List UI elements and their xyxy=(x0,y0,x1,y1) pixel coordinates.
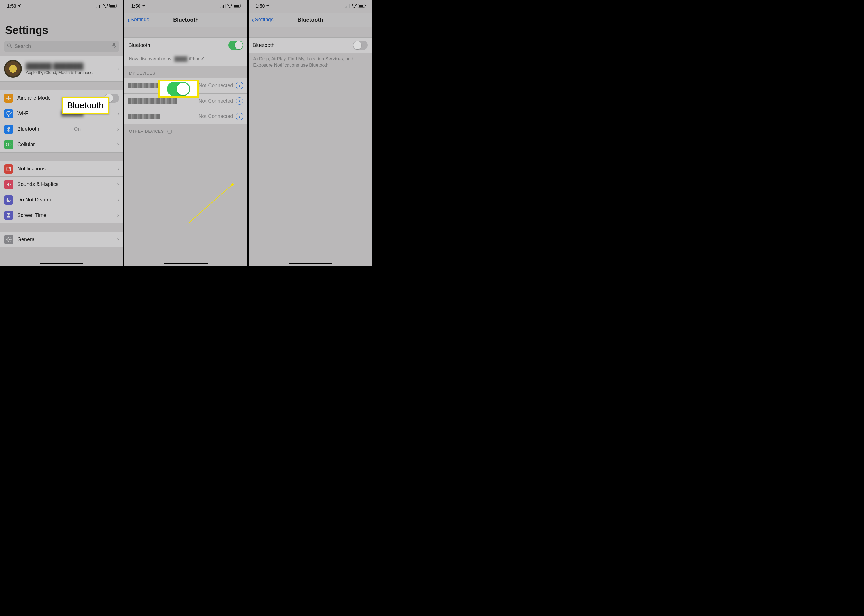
svg-point-23 xyxy=(231,183,234,185)
chevron-right-icon: › xyxy=(117,212,119,219)
nav-header: ‹ Settings Bluetooth xyxy=(124,13,248,27)
device-row[interactable]: Not Connected i xyxy=(124,109,248,124)
cellular-signal-icon xyxy=(220,4,226,9)
battery-icon xyxy=(358,4,366,9)
row-sounds[interactable]: Sounds & Haptics › xyxy=(0,176,123,192)
device-status: Not Connected xyxy=(198,83,233,89)
bluetooth-icon xyxy=(4,125,13,134)
row-bluetooth[interactable]: Bluetooth On › xyxy=(0,121,123,137)
chevron-right-icon: › xyxy=(117,181,119,188)
search-input[interactable]: Search xyxy=(4,41,119,52)
row-screentime[interactable]: Screen Time › xyxy=(0,207,123,223)
row-general[interactable]: General › xyxy=(0,232,123,247)
row-label: Bluetooth xyxy=(253,42,274,48)
svg-rect-1 xyxy=(98,6,99,8)
home-indicator[interactable] xyxy=(289,263,332,264)
svg-rect-25 xyxy=(346,6,347,8)
airplane-icon xyxy=(4,94,13,103)
location-arrow-icon xyxy=(17,4,21,9)
bluetooth-toggle[interactable] xyxy=(228,41,243,50)
microphone-icon[interactable] xyxy=(112,43,116,50)
leader-line xyxy=(124,136,248,266)
home-indicator[interactable] xyxy=(164,263,208,264)
profile-subtitle: Apple ID, iCloud, Media & Purchases xyxy=(26,70,117,75)
home-indicator[interactable] xyxy=(40,263,83,264)
wifi-icon xyxy=(227,4,233,9)
back-button[interactable]: ‹ Settings xyxy=(126,15,149,25)
chevron-right-icon: › xyxy=(117,165,119,173)
search-placeholder: Search xyxy=(14,44,31,50)
svg-line-8 xyxy=(10,46,11,48)
back-label: Settings xyxy=(255,17,274,23)
bluetooth-toggle-row[interactable]: Bluetooth xyxy=(249,38,372,53)
svg-rect-26 xyxy=(348,5,348,8)
row-label: Bluetooth xyxy=(17,126,39,132)
chevron-right-icon: › xyxy=(117,196,119,204)
apple-id-row[interactable]: ██████ ███████ Apple ID, iCloud, Media &… xyxy=(0,56,123,82)
svg-rect-17 xyxy=(223,5,224,8)
row-label: Wi-Fi xyxy=(17,110,29,116)
avatar xyxy=(4,60,22,78)
chevron-right-icon: › xyxy=(117,110,119,118)
row-notifications[interactable]: Notifications › xyxy=(0,161,123,176)
info-icon[interactable]: i xyxy=(236,82,243,89)
status-bar: 1:50 xyxy=(249,0,372,13)
info-icon[interactable]: i xyxy=(236,97,243,105)
row-label: Notifications xyxy=(17,166,46,172)
device-name-redacted xyxy=(129,114,160,119)
profile-name-redacted: ██████ ███████ xyxy=(26,63,117,70)
svg-rect-15 xyxy=(220,6,221,8)
svg-rect-24 xyxy=(345,6,346,8)
row-label: Screen Time xyxy=(17,212,46,218)
chevron-right-icon: › xyxy=(117,236,119,243)
wifi-icon xyxy=(103,4,108,9)
svg-rect-2 xyxy=(99,5,100,8)
spinner-icon xyxy=(167,129,172,134)
toggle-on-icon xyxy=(167,82,190,96)
cellular-signal-icon xyxy=(96,4,102,9)
svg-rect-29 xyxy=(359,5,363,7)
status-bar: 1:50 xyxy=(0,0,123,13)
notifications-icon xyxy=(4,164,13,174)
screen-settings-main: 1:50 Settings Search █ xyxy=(0,0,124,266)
back-label: Settings xyxy=(131,17,149,23)
chevron-right-icon: › xyxy=(117,141,119,148)
device-status: Not Connected xyxy=(198,98,233,104)
discoverable-note: Now discoverable as "████ iPhone". xyxy=(124,53,248,66)
callout-toggle xyxy=(158,80,199,98)
chevron-left-icon: ‹ xyxy=(252,15,254,25)
row-value: On xyxy=(74,126,81,132)
battery-icon xyxy=(234,4,242,9)
sounds-icon xyxy=(4,180,13,189)
status-time: 1:50 xyxy=(7,4,16,9)
screen-bluetooth-off: 1:50 ‹ Settings Bluetooth Bluetooth AirD… xyxy=(249,0,373,266)
svg-rect-21 xyxy=(241,5,241,6)
callout-bluetooth: Bluetooth xyxy=(61,97,109,114)
row-label: General xyxy=(17,237,36,243)
row-label: Do Not Disturb xyxy=(17,197,51,203)
hourglass-icon xyxy=(4,211,13,220)
nav-header: ‹ Settings Bluetooth xyxy=(249,13,372,27)
row-label: Sounds & Haptics xyxy=(17,181,58,187)
page-title: Settings xyxy=(0,13,123,39)
row-cellular[interactable]: Cellular › xyxy=(0,137,123,152)
chevron-right-icon: › xyxy=(117,65,119,72)
search-icon xyxy=(7,43,12,50)
cellular-signal-icon xyxy=(345,4,351,9)
row-label: Bluetooth xyxy=(129,42,150,48)
location-arrow-icon xyxy=(142,4,146,9)
status-time: 1:50 xyxy=(255,4,265,9)
chevron-right-icon: › xyxy=(117,126,119,133)
bluetooth-toggle-row[interactable]: Bluetooth xyxy=(124,38,248,53)
wifi-icon xyxy=(4,109,13,118)
info-icon[interactable]: i xyxy=(236,113,243,120)
bluetooth-off-note: AirDrop, AirPlay, Find My, Location Serv… xyxy=(249,53,372,72)
battery-icon xyxy=(109,4,118,9)
bluetooth-toggle[interactable] xyxy=(353,41,368,50)
chevron-left-icon: ‹ xyxy=(127,15,130,25)
row-dnd[interactable]: Do Not Disturb › xyxy=(0,192,123,207)
svg-rect-3 xyxy=(101,4,101,8)
back-button[interactable]: ‹ Settings xyxy=(250,15,273,25)
svg-point-11 xyxy=(9,167,11,169)
status-time: 1:50 xyxy=(131,4,140,9)
